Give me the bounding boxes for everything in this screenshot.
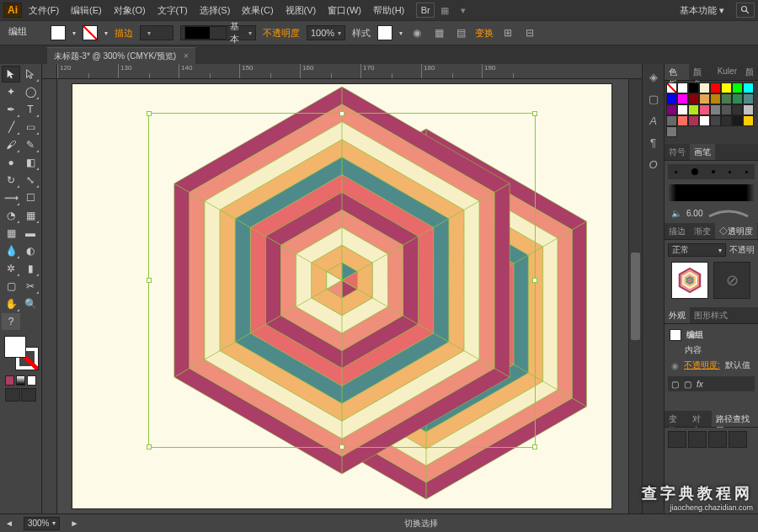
bridge-button[interactable]: Br: [416, 3, 435, 18]
rectangle-tool[interactable]: ▭: [21, 119, 40, 136]
stroke-swatch[interactable]: [83, 25, 98, 40]
close-tab-icon[interactable]: ×: [184, 51, 189, 61]
canvas[interactable]: [57, 79, 627, 513]
transparency-thumbnail[interactable]: [671, 262, 708, 299]
stroke-weight-field[interactable]: ▾: [140, 25, 173, 40]
pf-minus[interactable]: [688, 431, 707, 448]
recolor-icon[interactable]: ◉: [409, 25, 424, 40]
swatch-item[interactable]: [732, 93, 743, 104]
pf-exclude[interactable]: [729, 431, 747, 448]
graph-tool[interactable]: ▮: [21, 260, 40, 277]
isolate-icon[interactable]: ⊟: [522, 25, 537, 40]
swatch-item[interactable]: [743, 104, 754, 115]
chevron-down-icon[interactable]: ▾: [455, 3, 472, 18]
type-tool[interactable]: T: [21, 101, 40, 118]
direct-select-tool[interactable]: [21, 66, 40, 82]
paragraph-icon[interactable]: ¶: [646, 135, 661, 150]
workspace-switcher[interactable]: 基本功能 ▾: [675, 3, 729, 19]
fx-icon[interactable]: fx: [697, 380, 703, 389]
artboards-icon[interactable]: ▢: [646, 91, 661, 106]
swatch-item[interactable]: [699, 82, 710, 93]
ruler-origin[interactable]: [42, 64, 57, 79]
pf-intersect[interactable]: [708, 431, 727, 448]
swatch-item[interactable]: [699, 115, 710, 126]
slice-tool[interactable]: ✂: [21, 278, 40, 295]
swatch-item[interactable]: [677, 115, 688, 126]
swatch-item[interactable]: [710, 82, 721, 93]
zoom-tool[interactable]: 🔍: [21, 295, 40, 312]
opentype-icon[interactable]: O: [646, 157, 661, 172]
pf-unite[interactable]: [668, 431, 686, 448]
screen-mode-normal[interactable]: [5, 388, 20, 402]
swatch-item[interactable]: [699, 93, 710, 104]
wand-tool[interactable]: ✦: [2, 83, 20, 100]
swatch-item[interactable]: [688, 115, 699, 126]
menu-object[interactable]: 对象(O): [109, 3, 151, 19]
stroke-label[interactable]: 描边: [115, 27, 133, 40]
tab-align[interactable]: 对齐: [688, 411, 712, 427]
menu-file[interactable]: 文件(F): [24, 3, 64, 19]
dropdown-arrow[interactable]: ▾: [72, 29, 76, 37]
swatch-item[interactable]: [732, 115, 743, 126]
align-icon[interactable]: ▤: [453, 25, 468, 40]
tab-color[interactable]: 颜色: [689, 64, 713, 80]
swatch-item[interactable]: [666, 104, 677, 115]
tab-appearance[interactable]: 外观: [665, 307, 690, 323]
new-fill-icon[interactable]: ▢: [671, 380, 679, 389]
swatch-item[interactable]: [710, 93, 721, 104]
artboard-tool[interactable]: ▢: [2, 278, 20, 295]
symbol-spray-tool[interactable]: ✲: [2, 260, 20, 277]
nav-prev-icon[interactable]: ◄: [5, 519, 13, 528]
layers-icon[interactable]: ◈: [646, 69, 661, 84]
brush-definition[interactable]: 基本▾: [180, 25, 256, 40]
pen-tool[interactable]: ✒: [2, 101, 20, 118]
vertical-ruler[interactable]: [42, 79, 57, 513]
line-tool[interactable]: ╱: [2, 119, 20, 136]
swatch-item[interactable]: [688, 93, 699, 104]
screen-mode-full[interactable]: [21, 388, 36, 402]
lasso-tool[interactable]: ◯: [21, 83, 40, 100]
swatch-none[interactable]: [666, 82, 677, 93]
dropdown-arrow[interactable]: ▾: [399, 29, 403, 37]
swatch-item[interactable]: [666, 126, 677, 137]
swatch-item[interactable]: [732, 104, 743, 115]
fill-indicator[interactable]: [4, 336, 26, 358]
eyedropper-tool[interactable]: 💧: [2, 242, 20, 259]
appearance-opacity-link[interactable]: 不透明度:: [684, 359, 720, 371]
tab-graphic-styles[interactable]: 图形样式: [690, 307, 732, 323]
isolate-icon[interactable]: ⊞: [500, 25, 515, 40]
swatch-item[interactable]: [743, 93, 754, 104]
swatch-item[interactable]: [699, 104, 710, 115]
mask-thumbnail[interactable]: ⊘: [713, 262, 750, 299]
nav-next-icon[interactable]: ►: [70, 519, 78, 528]
color-mode-btn[interactable]: [5, 375, 14, 386]
appearance-swatch[interactable]: [670, 329, 681, 341]
swatch-item[interactable]: [743, 82, 754, 93]
tab-brushes[interactable]: 画笔: [690, 144, 715, 160]
tab-gradient[interactable]: 渐变: [690, 223, 715, 239]
swatch-item[interactable]: [688, 82, 699, 93]
fill-stroke-indicator[interactable]: [3, 334, 40, 371]
tab-symbols[interactable]: 符号: [665, 144, 690, 160]
menu-help[interactable]: 帮助(H): [368, 3, 409, 19]
document-tab[interactable]: 未标题-3* @ 300% (CMYK/预览) ×: [47, 47, 195, 64]
tab-transparency[interactable]: ◇透明度: [715, 223, 757, 239]
menu-effect[interactable]: 效果(C): [237, 3, 278, 19]
swatch-item[interactable]: [677, 82, 688, 93]
blob-tool[interactable]: ●: [2, 154, 20, 171]
tab-kuler[interactable]: Kuler: [713, 64, 741, 80]
tab-pathfinder[interactable]: 路径查找器: [712, 411, 758, 427]
none-mode-btn[interactable]: [27, 375, 36, 386]
swatch-item[interactable]: [721, 82, 732, 93]
arrange-docs-icon[interactable]: ▦: [436, 3, 453, 18]
shape-builder-tool[interactable]: ◔: [2, 207, 20, 224]
brush-stroke-preview[interactable]: [668, 184, 755, 201]
swatch-item[interactable]: [743, 115, 754, 126]
width-tool[interactable]: ⟿: [2, 189, 20, 206]
swatch-item[interactable]: [677, 104, 688, 115]
gradient-tool[interactable]: ▬: [21, 225, 40, 242]
menu-text[interactable]: 文字(T): [152, 3, 193, 19]
tab-stroke[interactable]: 描边: [665, 223, 690, 239]
opacity-field[interactable]: 100%▾: [307, 25, 345, 40]
free-transform-tool[interactable]: ☐: [21, 189, 40, 206]
